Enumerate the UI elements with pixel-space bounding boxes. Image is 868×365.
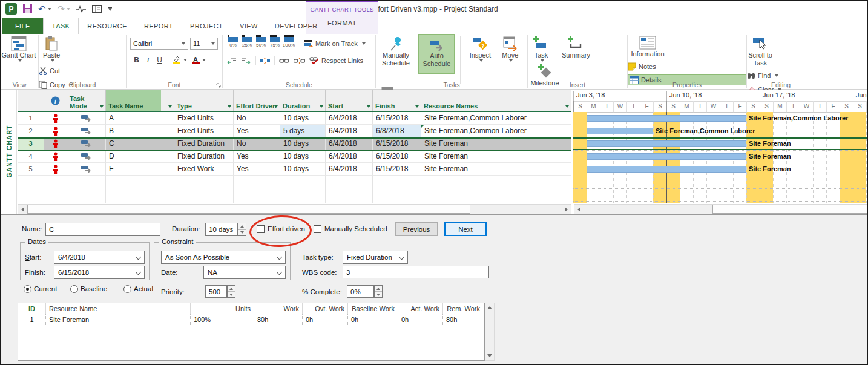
notes-button[interactable]: Notes <box>628 61 746 72</box>
task-mode-cell[interactable] <box>67 125 106 137</box>
manually-schedule-button[interactable]: Manually Schedule <box>376 34 416 76</box>
resource-names-cell[interactable]: Site Foreman,Common Laborer <box>421 112 571 125</box>
constraint-date-combo[interactable]: NA <box>203 266 286 279</box>
start-cell[interactable]: 6/4/2018 <box>326 137 373 150</box>
duration-cell[interactable]: 10 days <box>280 112 326 125</box>
outdent-task-icon[interactable] <box>226 57 237 65</box>
task-name-filter-icon[interactable] <box>168 105 172 108</box>
font-dialog-launcher-icon[interactable] <box>216 83 221 88</box>
task-name-cell[interactable]: E <box>106 163 174 176</box>
finish-header[interactable]: Finish <box>373 90 421 111</box>
rem-work-header[interactable]: Rem. Work <box>443 303 483 314</box>
work-header[interactable]: Work <box>254 303 303 314</box>
resource-name-header[interactable]: Resource Name <box>46 303 191 314</box>
duration-spinner[interactable] <box>238 223 246 236</box>
gantt-bar[interactable] <box>587 115 746 122</box>
insert-task-button[interactable]: Task <box>528 34 554 62</box>
tab-file[interactable]: FILE <box>2 18 43 34</box>
percent-100-button[interactable]: 100% <box>282 37 295 48</box>
finish-cell[interactable]: 6/15/2018 <box>373 163 421 176</box>
row-number[interactable]: 3 <box>18 137 44 150</box>
task-name-header[interactable]: Task Name <box>106 90 174 111</box>
duration-cell[interactable]: 10 days <box>280 137 326 150</box>
gantt-bar[interactable] <box>587 153 746 160</box>
gantt-bar[interactable] <box>587 128 653 134</box>
resource-names-cell[interactable]: Site Foreman <box>421 150 571 163</box>
units-header[interactable]: Units <box>191 303 254 314</box>
task-name-cell[interactable]: B <box>106 125 174 137</box>
task-name-cell[interactable]: D <box>106 150 174 163</box>
duration-cell[interactable]: 10 days <box>280 163 326 176</box>
tab-report[interactable]: REPORT <box>136 18 182 34</box>
effort-driven-header[interactable]: Effort Driven <box>234 90 280 111</box>
constraint-type-combo[interactable]: As Soon As Possible <box>161 251 286 264</box>
move-button[interactable]: Move <box>498 34 523 62</box>
table-row-selected[interactable]: 3 C Fixed Duration No 10 days 6/4/2018 6… <box>18 137 571 150</box>
row-number[interactable]: 5 <box>18 163 44 176</box>
tab-view[interactable]: VIEW <box>231 18 266 34</box>
table-row[interactable]: 2 B Fixed Units Yes 5 days 6/4/2018 6/8/… <box>18 125 571 137</box>
row-number[interactable]: 1 <box>18 112 44 125</box>
inspect-button[interactable]: ? Inspect <box>465 34 495 62</box>
duration-header[interactable]: Duration <box>280 90 326 111</box>
percent-complete-input[interactable]: 0% <box>347 285 374 298</box>
effort-driven-cell[interactable]: Yes <box>234 150 280 163</box>
finish-cell[interactable]: 6/15/2018 <box>373 112 421 125</box>
finish-cell[interactable]: 6/15/2018 <box>373 137 421 150</box>
resource-row[interactable]: 1 Site Foreman 100% 80h 0h 0h 0h 80h <box>18 314 484 325</box>
start-cell[interactable]: 6/4/2018 <box>326 125 373 137</box>
rem-work-cell[interactable]: 80h <box>443 314 483 325</box>
font-family-combo[interactable]: Calibri <box>130 38 188 50</box>
start-date-combo[interactable]: 6/4/2018 <box>54 251 145 264</box>
percent-complete-spinner[interactable] <box>374 285 383 298</box>
name-input[interactable]: C <box>45 223 160 236</box>
font-color-button[interactable]: A <box>192 55 206 65</box>
baseline-work-header[interactable]: Baseline Work <box>348 303 398 314</box>
priority-input[interactable]: 500 <box>205 285 227 298</box>
ovt-work-header[interactable]: Ovt. Work <box>303 303 348 314</box>
background-color-button[interactable] <box>172 55 187 65</box>
type-cell[interactable]: Fixed Units <box>174 112 234 125</box>
task-name-cell[interactable]: A <box>106 112 174 125</box>
resource-names-cell[interactable]: Site Foreman <box>421 163 571 176</box>
link-tasks-icon[interactable] <box>279 58 289 64</box>
active-view-bar[interactable]: GANTT CHART <box>1 90 17 214</box>
scrollbar-thumb[interactable] <box>712 205 868 214</box>
ovt-work-cell[interactable]: 0h <box>303 314 348 325</box>
table-horizontal-scrollbar[interactable] <box>18 204 571 214</box>
indicator-cell[interactable] <box>44 137 67 150</box>
scroll-left-arrow[interactable] <box>18 205 27 214</box>
type-cell[interactable]: Fixed Units <box>174 125 234 137</box>
percent-75-button[interactable]: 75% <box>268 37 281 48</box>
tab-task[interactable]: TASK <box>43 18 79 34</box>
type-header[interactable]: Type <box>174 90 234 111</box>
split-task-icon[interactable] <box>260 57 270 65</box>
gantt-horizontal-scrollbar[interactable] <box>574 204 868 214</box>
find-button[interactable]: Find <box>747 70 815 81</box>
task-mode-cell[interactable] <box>67 150 106 163</box>
mark-on-track-button[interactable]: Mark on Track <box>303 38 366 49</box>
effort-driven-cell[interactable]: No <box>234 137 280 150</box>
type-cell[interactable]: Fixed Duration <box>174 150 234 163</box>
percent-0-button[interactable]: 0% <box>226 37 240 48</box>
next-button[interactable]: Next <box>444 222 487 236</box>
scroll-left-arrow[interactable] <box>574 205 584 214</box>
indicator-cell[interactable] <box>44 150 67 163</box>
resource-names-cell[interactable]: Site Foreman,Common Laborer <box>421 125 571 137</box>
font-size-combo[interactable]: 11 <box>190 38 218 50</box>
baseline-work-cell[interactable]: 0h <box>348 314 398 325</box>
start-header[interactable]: Start <box>326 90 373 111</box>
previous-button[interactable]: Previous <box>395 222 438 236</box>
underline-button[interactable]: U <box>154 56 165 64</box>
finish-date-combo[interactable]: 6/15/2018 <box>54 266 145 279</box>
task-mode-header[interactable]: Task Mode <box>67 90 106 111</box>
gantt-chart-button[interactable]: Gantt Chart <box>1 34 37 62</box>
duration-input[interactable]: 10 days <box>205 223 238 236</box>
task-type-combo[interactable]: Fixed Duration <box>343 251 408 264</box>
type-cell[interactable]: Fixed Work <box>174 163 234 176</box>
work-cell[interactable]: 80h <box>254 314 303 325</box>
scroll-right-arrow[interactable] <box>562 205 571 214</box>
wbs-code-input[interactable]: 3 <box>343 266 489 278</box>
row-number[interactable]: 4 <box>18 150 44 163</box>
effort-driven-cell[interactable]: Yes <box>234 125 280 137</box>
